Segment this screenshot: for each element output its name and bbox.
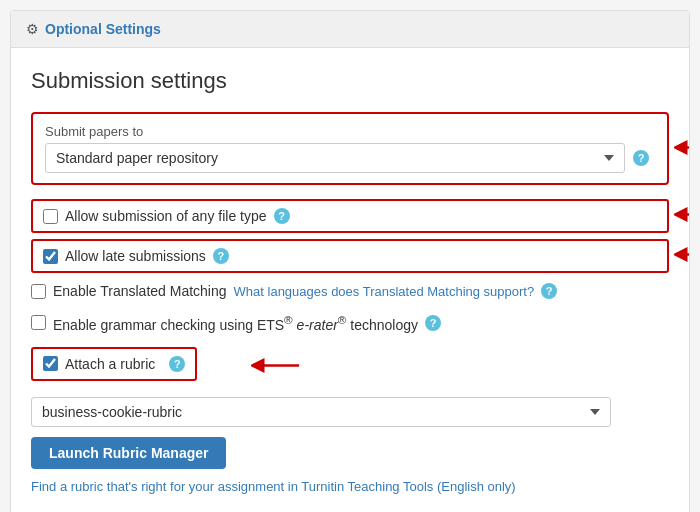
allow-file-type-label: Allow submission of any file type [65,208,267,224]
enable-translated-label: Enable Translated Matching [53,283,227,299]
allow-late-help-icon[interactable]: ? [213,248,229,264]
find-rubric-link[interactable]: Find a rubric that's right for your assi… [31,479,669,494]
grammar-checking-row: Enable grammar checking using ETS® e-rat… [31,309,669,337]
submit-papers-label: Submit papers to [45,124,655,139]
enable-grammar-checkbox[interactable] [31,315,46,330]
translated-matching-row: Enable Translated Matching What language… [31,279,669,303]
attach-rubric-label: Attach a rubric [65,356,155,372]
allow-late-group: Allow late submissions ? [31,239,669,273]
enable-translated-checkbox[interactable] [31,284,46,299]
attach-rubric-checkbox[interactable] [43,356,58,371]
submit-papers-section: Submit papers to Standard paper reposito… [31,112,669,185]
allow-late-label: Allow late submissions [65,248,206,264]
section-title: Submission settings [31,68,669,94]
launch-rubric-manager-button[interactable]: Launch Rubric Manager [31,437,226,469]
submit-papers-group: Submit papers to Standard paper reposito… [31,112,669,185]
allow-file-type-checkbox[interactable] [43,209,58,224]
grammar-help-icon[interactable]: ? [425,315,441,331]
submit-papers-help-icon[interactable]: ? [633,150,649,166]
allow-late-checkbox[interactable] [43,249,58,264]
attach-rubric-group: Attach a rubric ? [31,347,197,381]
panel-header-title: Optional Settings [45,21,161,37]
enable-grammar-label: Enable grammar checking using ETS® e-rat… [53,313,418,333]
rubric-select[interactable]: business-cookie-rubric other-rubric [31,397,611,427]
panel-header: ⚙ Optional Settings [11,11,689,48]
allow-late-row: Allow late submissions ? [31,239,669,273]
translated-matching-link[interactable]: What languages does Translated Matching … [234,284,535,299]
rubric-select-wrapper: business-cookie-rubric other-rubric [31,397,669,427]
allow-file-type-help-icon[interactable]: ? [274,208,290,224]
panel-body: Submission settings Submit papers to Sta… [11,48,689,512]
gear-icon: ⚙ [26,21,39,37]
submit-papers-select[interactable]: Standard paper repository No repository … [45,143,625,173]
allow-file-type-row: Allow submission of any file type ? [31,199,669,233]
translated-matching-help-icon[interactable]: ? [541,283,557,299]
attach-rubric-row: Attach a rubric ? [31,347,669,387]
submit-arrow [674,136,690,161]
optional-settings-panel: ⚙ Optional Settings Submission settings … [10,10,690,512]
allow-file-type-arrow [674,204,690,229]
allow-late-arrow [674,244,690,269]
attach-rubric-help-icon[interactable]: ? [169,356,185,372]
attach-rubric-arrow [251,354,301,379]
allow-file-type-group: Allow submission of any file type ? [31,199,669,233]
submit-papers-select-wrapper: Standard paper repository No repository … [45,143,655,173]
